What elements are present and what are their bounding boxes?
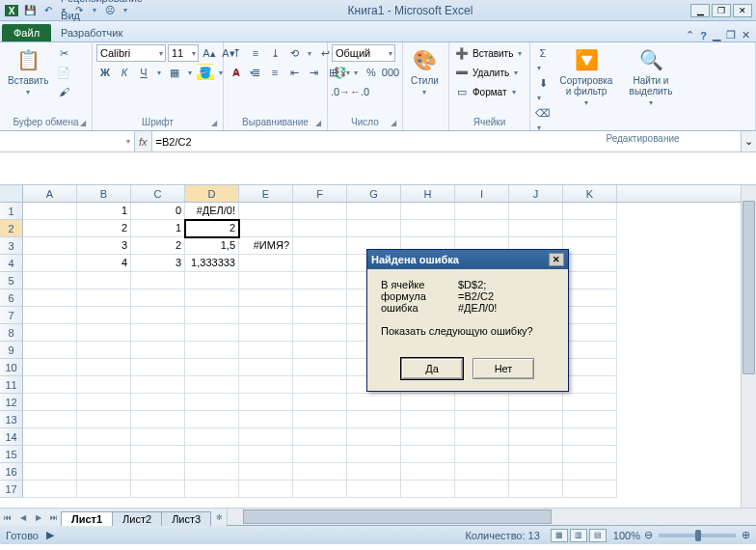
- cell-C15[interactable]: [131, 446, 185, 463]
- align-middle-icon[interactable]: ≡: [247, 44, 264, 62]
- cell-A9[interactable]: [23, 342, 77, 359]
- underline-icon[interactable]: Ч: [135, 64, 152, 81]
- bold-icon[interactable]: Ж: [96, 64, 114, 81]
- cell-D13[interactable]: [185, 411, 239, 428]
- cell-F4[interactable]: [293, 255, 347, 272]
- cell-E12[interactable]: [239, 394, 293, 411]
- cell-K10[interactable]: [563, 359, 617, 376]
- ribbon-minimize-icon[interactable]: ⌃: [686, 29, 694, 41]
- cell-F9[interactable]: [293, 342, 347, 359]
- tab-Вид[interactable]: Вид: [53, 7, 165, 24]
- cell-J16[interactable]: [509, 463, 563, 481]
- copy-icon[interactable]: 📄: [55, 64, 72, 81]
- insert-button[interactable]: ➕Вставить▾: [453, 44, 525, 62]
- cell-A3[interactable]: [23, 237, 77, 255]
- sheet-tab-Лист3[interactable]: Лист3: [161, 511, 211, 526]
- grow-font-icon[interactable]: A▴: [201, 44, 218, 62]
- cell-C5[interactable]: [131, 272, 185, 289]
- cell-C9[interactable]: [131, 342, 185, 359]
- styles-button[interactable]: 🎨 Стили▾: [407, 44, 443, 98]
- file-tab[interactable]: Файл: [2, 24, 51, 41]
- cell-C14[interactable]: [131, 428, 185, 446]
- cell-J15[interactable]: [509, 446, 563, 463]
- cell-D8[interactable]: [185, 324, 239, 342]
- page-break-view-icon[interactable]: ▤: [589, 529, 607, 542]
- decrease-indent-icon[interactable]: ⇤: [285, 64, 303, 81]
- col-header-J[interactable]: J: [509, 185, 563, 202]
- cell-A8[interactable]: [23, 324, 77, 342]
- cut-icon[interactable]: ✂: [55, 44, 72, 62]
- font-size-combo[interactable]: 11: [168, 44, 199, 62]
- help-icon[interactable]: ?: [700, 30, 707, 41]
- col-header-C[interactable]: C: [131, 185, 185, 202]
- cell-C13[interactable]: [131, 411, 185, 428]
- cell-K15[interactable]: [563, 446, 617, 463]
- cell-A13[interactable]: [23, 411, 77, 428]
- dialog-no-button[interactable]: Нет: [472, 358, 534, 379]
- paste-button[interactable]: 📋 Вставить ▾: [4, 44, 52, 98]
- minimize-button[interactable]: ▁: [690, 4, 710, 17]
- cell-B14[interactable]: [77, 428, 131, 446]
- cell-F16[interactable]: [293, 463, 347, 481]
- normal-view-icon[interactable]: ▦: [551, 529, 568, 542]
- macro-record-icon[interactable]: ▶: [46, 529, 54, 541]
- cell-A11[interactable]: [23, 376, 77, 394]
- cell-D3[interactable]: 1,5: [185, 237, 239, 255]
- row-header-14[interactable]: 14: [0, 428, 23, 446]
- cell-D17[interactable]: [185, 481, 239, 498]
- cell-E7[interactable]: [239, 307, 293, 324]
- cell-K11[interactable]: [563, 376, 617, 394]
- cell-B16[interactable]: [77, 463, 131, 481]
- cell-A15[interactable]: [23, 446, 77, 463]
- cell-J2[interactable]: [509, 220, 563, 237]
- decrease-decimal-icon[interactable]: ←.0: [351, 83, 368, 100]
- cell-H16[interactable]: [401, 463, 455, 481]
- cell-K7[interactable]: [563, 307, 617, 324]
- col-header-A[interactable]: A: [23, 185, 77, 202]
- border-icon[interactable]: ▦: [166, 64, 183, 81]
- cell-H12[interactable]: [401, 394, 455, 411]
- cell-A6[interactable]: [23, 289, 77, 307]
- cell-B1[interactable]: 1: [77, 203, 131, 220]
- cell-K6[interactable]: [563, 289, 617, 307]
- cell-F11[interactable]: [293, 376, 347, 394]
- cell-C17[interactable]: [131, 481, 185, 498]
- clear-icon[interactable]: ⌫: [534, 104, 552, 122]
- align-top-icon[interactable]: ⤒: [228, 44, 245, 62]
- cell-J17[interactable]: [509, 481, 563, 498]
- find-select-button[interactable]: 🔍 Найти и выделить▾: [621, 44, 681, 109]
- increase-indent-icon[interactable]: ⇥: [305, 64, 322, 81]
- cell-J1[interactable]: [509, 203, 563, 220]
- col-header-G[interactable]: G: [347, 185, 401, 202]
- font-name-combo[interactable]: Calibri: [96, 44, 166, 62]
- cell-D9[interactable]: [185, 342, 239, 359]
- cell-J12[interactable]: [509, 394, 563, 411]
- cell-B17[interactable]: [77, 481, 131, 498]
- cell-G17[interactable]: [347, 481, 401, 498]
- cell-K4[interactable]: [563, 255, 617, 272]
- cell-J13[interactable]: [509, 411, 563, 428]
- cell-F10[interactable]: [293, 359, 347, 376]
- cell-E9[interactable]: [239, 342, 293, 359]
- close-button[interactable]: ✕: [733, 4, 752, 17]
- cell-I17[interactable]: [455, 481, 509, 498]
- align-bottom-icon[interactable]: ⤓: [266, 44, 284, 62]
- col-header-H[interactable]: H: [401, 185, 455, 202]
- increase-decimal-icon[interactable]: .0→: [332, 83, 349, 100]
- cell-B7[interactable]: [77, 307, 131, 324]
- italic-icon[interactable]: К: [116, 64, 133, 81]
- row-header-2[interactable]: 2: [0, 220, 23, 237]
- cell-B4[interactable]: 4: [77, 255, 131, 272]
- cell-E17[interactable]: [239, 481, 293, 498]
- tab-prev-icon[interactable]: ◀: [15, 509, 31, 525]
- row-header-17[interactable]: 17: [0, 481, 23, 498]
- tab-next-icon[interactable]: ▶: [31, 509, 46, 525]
- cell-K13[interactable]: [563, 411, 617, 428]
- cell-H17[interactable]: [401, 481, 455, 498]
- cell-B15[interactable]: [77, 446, 131, 463]
- dialog-yes-button[interactable]: Да: [401, 358, 463, 379]
- new-sheet-icon[interactable]: ✻: [211, 509, 227, 525]
- align-right-icon[interactable]: ≡: [266, 64, 284, 81]
- delete-button[interactable]: ➖Удалить▾: [453, 64, 521, 81]
- col-header-D[interactable]: D: [185, 185, 239, 202]
